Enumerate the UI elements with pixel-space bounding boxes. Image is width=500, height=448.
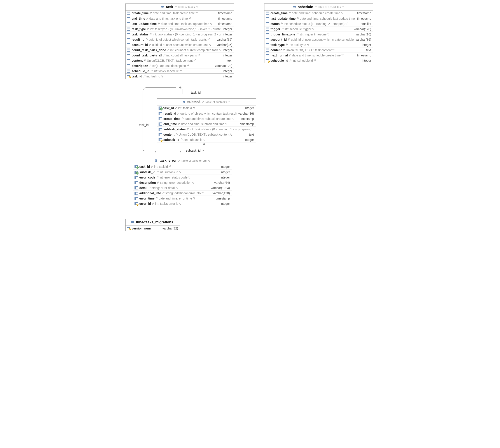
column-comment: /* int: schedule id */: [290, 59, 316, 62]
column-type: integer: [243, 138, 254, 142]
column-icon: [127, 38, 130, 41]
column-row: create_time/* date and time: schedule cr…: [265, 11, 373, 16]
column-icon: [266, 17, 269, 20]
column-row: error_id/* int: task's error id */intege…: [133, 201, 232, 206]
column-icon: [158, 123, 162, 126]
column-type: varchar(36): [354, 38, 371, 41]
column-name: task_id: [139, 165, 150, 168]
column-name: task_id: [132, 75, 142, 78]
column-name: status: [271, 22, 280, 26]
table-name: subtask: [188, 100, 201, 104]
column-name: last_update_time: [271, 17, 296, 20]
column-row: error_code/* int: error status code */in…: [133, 175, 232, 180]
column-row: schedule_id/* int: tasks schedule */inte…: [125, 68, 234, 74]
column-comment: /* str: subtask id */: [181, 138, 205, 142]
column-name: detail: [139, 186, 147, 190]
column-comment: /* int: schedule status (1 - running, 2 …: [281, 22, 347, 26]
column-type: integer: [221, 54, 232, 57]
column-icon: [135, 197, 138, 200]
column-row: trigger_timezone/* str: trigger timezone…: [265, 32, 373, 37]
table-schedule: schedule /* Table of schedules. */ creat…: [264, 3, 373, 63]
table-comment: /* Table of subtasks. */: [202, 100, 230, 104]
columns-container: create_time/* date and time: schedule cr…: [265, 11, 373, 63]
column-comment: /* date and time: error time */: [156, 197, 195, 200]
column-name: subtask_id: [163, 138, 179, 142]
column-comment: /* int: task's error id */: [152, 202, 181, 205]
column-comment: /* date and time: task create time */: [150, 11, 198, 15]
column-icon: [127, 54, 130, 57]
pk-column-icon: [127, 75, 130, 78]
column-comment: /* string: error description */: [157, 181, 194, 184]
column-row: last_update_time/* date and time: schedu…: [265, 16, 373, 21]
column-name: schedule_id: [271, 59, 288, 62]
column-name: end_time: [163, 122, 177, 126]
column-row: content/* Union[CLOB, TEXT]: task conten…: [265, 47, 373, 52]
column-comment: /* int: error status code */: [156, 176, 190, 179]
column-icon: [127, 64, 130, 67]
table-header: luna-tasks_migrations: [125, 219, 180, 226]
column-type: varchar(36): [215, 43, 232, 47]
column-name: count_task_parts_done: [132, 48, 166, 52]
column-name: result_id: [163, 112, 176, 115]
column-row: task_id/* int: task id */integer: [133, 164, 232, 169]
column-name: version_num: [132, 227, 151, 230]
column-icon: [266, 22, 269, 25]
column-type: varchar(64): [212, 181, 230, 184]
column-row: account_id/* uuid: id of user account wh…: [265, 37, 373, 42]
column-name: schedule_id: [132, 69, 149, 73]
column-row: end_time/* date and time: subtask end ti…: [157, 121, 256, 127]
column-type: integer: [360, 43, 371, 47]
column-icon: [266, 43, 269, 46]
column-row: schedule_id/* int: schedule id */integer: [265, 58, 373, 63]
column-comment: /* int: count of current completed task …: [167, 48, 221, 52]
table-migrations: luna-tasks_migrations version_numvarchar…: [125, 219, 180, 231]
table-header: task /* Table of tasks. */: [125, 4, 234, 11]
column-comment: /* int: task id */: [175, 106, 195, 110]
column-name: count_task_parts_all: [132, 54, 162, 57]
column-type: integer: [221, 48, 232, 52]
column-icon: [127, 28, 130, 31]
column-type: integer: [219, 170, 230, 174]
pk-column-icon: [135, 202, 138, 205]
column-icon: [127, 43, 130, 46]
column-type: timestamp: [355, 17, 371, 20]
column-type: integer: [219, 176, 230, 179]
table-name: schedule: [298, 5, 313, 9]
column-row: count_task_parts_all/* int: count all ta…: [125, 52, 234, 58]
column-icon: [135, 181, 138, 184]
table-icon: [161, 6, 164, 8]
columns-container: task_id/* int: task id */integersubtask_…: [133, 164, 232, 206]
column-row: task_type/* int: task type - (0 - unknow…: [125, 26, 234, 32]
column-comment: /* str: trigger timezone */: [297, 32, 329, 36]
fk-column-icon: [158, 107, 162, 110]
column-row: status/* int: schedule status (1 - runni…: [265, 21, 373, 26]
column-row: create_time/* date and time: subtask cre…: [157, 116, 256, 121]
column-row: task_type/* int: task type */integer: [265, 42, 373, 47]
column-row: count_task_parts_done/* int: count of cu…: [125, 47, 234, 52]
column-icon: [127, 48, 130, 52]
column-type: timestamp: [216, 22, 232, 26]
column-icon: [127, 12, 130, 15]
column-type: varchar(128): [213, 64, 232, 68]
column-comment: /* int: count all task parts */: [163, 54, 200, 57]
column-row: subtask_id/* int: subtask id */integer: [133, 169, 232, 175]
column-comment: /* string: additional error info */: [162, 192, 204, 195]
column-comment: /* int: task id */: [151, 165, 171, 168]
er-diagram-canvas: task /* Table of tasks. */ create_time/*…: [119, 0, 381, 235]
column-type: varchar(1024): [209, 186, 230, 190]
column-type: varchar(36): [236, 112, 254, 115]
table-subtask: subtask /* Table of subtasks. */ task_id…: [157, 98, 256, 143]
column-name: subtask_id: [139, 170, 155, 174]
column-comment: /* uuid: id of object which contain task…: [146, 38, 210, 41]
pk-column-icon: [158, 138, 162, 141]
column-comment: /* uuid: id of user account which create…: [149, 43, 211, 47]
table-header: subtask /* Table of subtasks. */: [157, 99, 256, 105]
column-type: timestamp: [214, 197, 230, 200]
column-icon: [127, 59, 130, 62]
column-name: create_time: [271, 11, 288, 15]
column-name: content: [132, 59, 143, 62]
column-comment: /* str(128): task description */: [149, 64, 189, 68]
column-icon: [127, 33, 130, 36]
table-icon: [183, 101, 185, 103]
column-name: account_id: [132, 43, 148, 47]
